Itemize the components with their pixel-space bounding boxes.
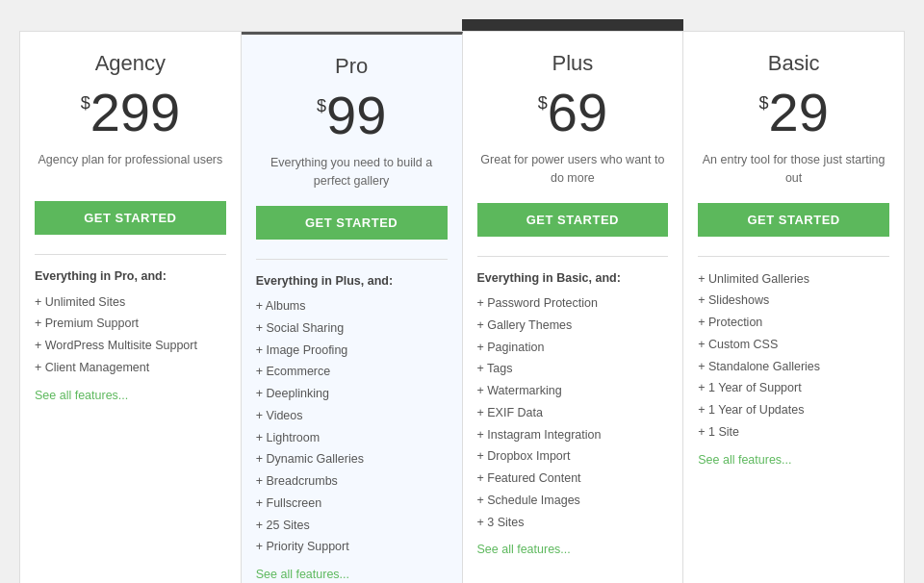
plan-pro: Pro$99Everything you need to build a per… [242,32,463,583]
feature-item: + Tags [477,360,669,378]
feature-item: + Password Protection [477,294,669,313]
plan-price-pro: $99 [317,89,386,142]
feature-item: + Featured Content [477,469,669,488]
popular-badge [462,19,683,31]
feature-item: + Protection [698,314,889,332]
plan-desc-basic: An entry tool for those just starting ou… [698,151,889,188]
price-symbol-plus: $ [538,93,548,114]
feature-item: + Social Sharing [256,319,448,338]
divider-pro [256,259,448,260]
feature-item: + Gallery Themes [477,317,669,335]
plan-desc-agency: Agency plan for professional users [38,151,222,186]
feature-item: + Deeplinking [256,385,448,403]
feature-item: + WordPress Multisite Support [35,337,226,355]
plan-name-pro: Pro [335,54,368,79]
plan-price-agency: $299 [81,86,180,139]
plan-name-agency: Agency [95,51,166,76]
plan-price-plus: $69 [538,86,607,139]
feature-item: + Albums [256,297,448,316]
get-started-btn-agency[interactable]: GET STARTED [35,201,226,235]
feature-item: + Dropbox Import [477,447,669,466]
features-section-basic: + Unlimited Galleries+ Slideshows+ Prote… [698,270,889,467]
feature-item: + Standalone Galleries [698,358,889,376]
feature-item: + Unlimited Sites [35,293,226,312]
feature-item: + 1 Year of Updates [698,401,889,419]
feature-item: + Unlimited Galleries [698,270,889,289]
price-amount-pro: 99 [326,89,386,142]
feature-item: + Client Management [35,359,226,377]
features-header-plus: Everything in Basic, and: [477,270,669,288]
get-started-btn-pro[interactable]: GET STARTED [256,206,448,240]
feature-item: + Premium Support [35,315,226,333]
features-section-plus: Everything in Basic, and:+ Password Prot… [477,270,669,557]
see-all-agency[interactable]: See all features... [35,389,226,402]
features-header-agency: Everything in Pro, and: [35,268,226,286]
feature-item: + 3 Sites [477,514,669,532]
feature-item: + Dynamic Galleries [256,450,448,469]
pricing-wrapper: Agency$299Agency plan for professional u… [19,19,905,583]
feature-item: + 25 Sites [256,517,448,535]
see-all-basic[interactable]: See all features... [698,453,889,467]
feature-item: + Image Proofing [256,342,448,360]
feature-item: + Priority Support [256,538,448,556]
plan-desc-plus: Great for power users who want to do mor… [477,151,669,188]
feature-item: + Ecommerce [256,363,448,381]
price-amount-basic: 29 [768,86,828,139]
divider-plus [477,256,669,257]
feature-item: + EXIF Data [477,404,669,422]
feature-item: + Watermarking [477,382,669,400]
features-section-agency: Everything in Pro, and:+ Unlimited Sites… [35,268,226,402]
features-section-pro: Everything in Plus, and:+ Albums+ Social… [256,273,448,582]
price-symbol-pro: $ [317,96,326,116]
feature-item: + Breadcrumbs [256,472,448,491]
plan-plus: Plus$69Great for power users who want to… [463,32,684,583]
plan-desc-pro: Everything you need to build a perfect g… [256,154,448,190]
feature-item: + Custom CSS [698,336,889,354]
get-started-btn-basic[interactable]: GET STARTED [698,203,889,237]
plan-basic: Basic$29An entry tool for those just sta… [683,32,904,583]
price-symbol-basic: $ [758,93,768,114]
feature-item: + Videos [256,407,448,425]
feature-item: + Fullscreen [256,494,448,513]
feature-item: + Pagination [477,339,669,357]
plans-row: Agency$299Agency plan for professional u… [19,31,905,583]
feature-item: + Lightroom [256,429,448,447]
plan-name-basic: Basic [768,51,820,76]
price-amount-agency: 299 [90,86,180,139]
feature-item: + Instagram Integration [477,426,669,444]
price-symbol-agency: $ [81,93,90,114]
see-all-plus[interactable]: See all features... [477,543,669,556]
plan-agency: Agency$299Agency plan for professional u… [20,32,242,583]
feature-item: + Schedule Images [477,492,669,510]
feature-item: + 1 Year of Support [698,379,889,397]
plan-name-plus: Plus [552,51,593,76]
feature-item: + Slideshows [698,292,889,310]
feature-item: + 1 Site [698,423,889,442]
get-started-btn-plus[interactable]: GET STARTED [477,203,669,237]
features-header-pro: Everything in Plus, and: [256,273,448,291]
divider-basic [698,256,889,257]
see-all-pro[interactable]: See all features... [256,568,448,581]
divider-agency [35,254,226,255]
price-amount-plus: 69 [548,86,607,139]
plan-price-basic: $29 [758,86,828,139]
